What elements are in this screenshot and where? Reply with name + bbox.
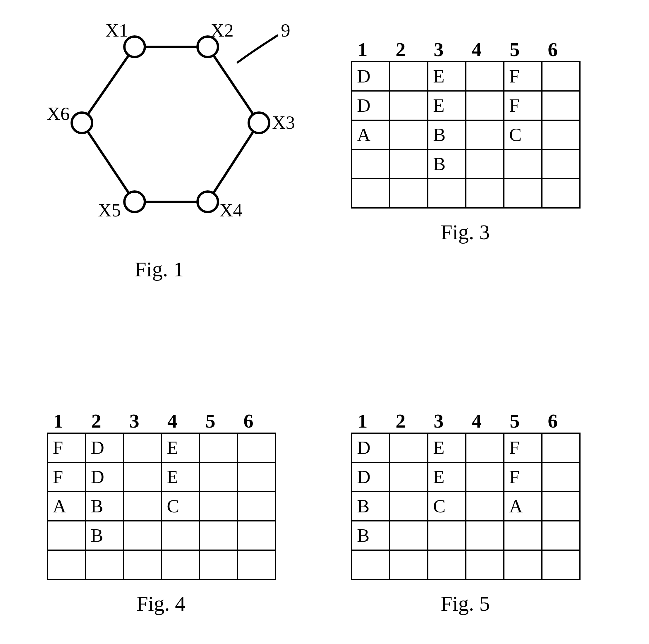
cell (124, 550, 162, 580)
cell (124, 462, 162, 492)
cell: D (352, 91, 390, 120)
table-row: B (352, 149, 580, 179)
col-header: 3 (428, 409, 466, 432)
cell (466, 120, 504, 149)
table-row: D E F (352, 433, 580, 462)
cell (428, 179, 466, 208)
cell: E (162, 433, 200, 462)
callout-leader (237, 35, 278, 63)
cell: F (47, 462, 85, 492)
cell (542, 433, 580, 462)
figure-4-table: F D E F D E A B C (47, 432, 276, 580)
label-x1: X1 (105, 20, 128, 41)
cell (466, 91, 504, 120)
cell (390, 462, 428, 492)
cell: C (162, 492, 200, 521)
table-row: A B C (352, 120, 580, 149)
cell: E (428, 62, 466, 91)
cell: E (428, 462, 466, 492)
cell: C (504, 120, 542, 149)
node-x5 (124, 192, 145, 212)
label-x3: X3 (272, 112, 295, 133)
cell: A (47, 492, 85, 521)
node-x3 (249, 112, 269, 133)
cell (542, 521, 580, 550)
cell (428, 550, 466, 580)
col-header: 2 (390, 38, 428, 61)
table-row: F D E (47, 433, 276, 462)
cell (200, 550, 237, 580)
table-row (47, 550, 276, 580)
cell: C (428, 492, 466, 521)
figure-3: 1 2 3 4 5 6 D E F D E F (351, 38, 580, 244)
cell: F (47, 433, 85, 462)
cell (542, 120, 580, 149)
col-header: 6 (238, 409, 276, 432)
cell (124, 433, 162, 462)
cell (466, 179, 504, 208)
table-row: D E F (352, 462, 580, 492)
cell (504, 149, 542, 179)
figure-5: 1 2 3 4 5 6 D E F D E F (351, 409, 580, 616)
col-header: 6 (543, 409, 580, 432)
cell (504, 521, 542, 550)
cell: F (504, 433, 542, 462)
cell (390, 179, 428, 208)
cell (162, 521, 200, 550)
label-x4: X4 (219, 200, 242, 221)
label-x2: X2 (211, 20, 233, 41)
cell: F (504, 91, 542, 120)
table-row (352, 179, 580, 208)
cell (237, 521, 276, 550)
svg-line-1 (208, 47, 259, 123)
cell (390, 550, 428, 580)
node-x6 (72, 112, 92, 133)
cell (200, 433, 237, 462)
cell (124, 521, 162, 550)
col-header: 5 (505, 409, 543, 432)
cell (352, 149, 390, 179)
cell (390, 521, 428, 550)
table-row: B C A (352, 492, 580, 521)
cell (466, 62, 504, 91)
cell (466, 492, 504, 521)
callout-9: 9 (281, 20, 290, 41)
svg-line-2 (208, 123, 259, 202)
cell (542, 91, 580, 120)
col-header: 3 (124, 409, 162, 432)
label-x6: X6 (47, 103, 70, 124)
figure-4-caption: Fig. 4 (47, 592, 275, 616)
cell (124, 492, 162, 521)
cell (237, 462, 276, 492)
table-row: B (47, 521, 276, 550)
figure-3-headers: 1 2 3 4 5 6 (351, 38, 580, 61)
figure-1-caption: Fig. 1 (135, 258, 184, 282)
cell (504, 550, 542, 580)
cell: A (504, 492, 542, 521)
cell (390, 120, 428, 149)
col-header: 1 (48, 409, 86, 432)
cell: E (162, 462, 200, 492)
cell (237, 433, 276, 462)
cell: D (85, 462, 124, 492)
figure-3-table: D E F D E F A B C (351, 61, 580, 209)
cell (428, 521, 466, 550)
cell (542, 550, 580, 580)
cell: D (352, 433, 390, 462)
col-header: 4 (466, 409, 505, 432)
col-header: 4 (466, 38, 505, 61)
cell (352, 550, 390, 580)
cell (200, 462, 237, 492)
col-header: 4 (162, 409, 200, 432)
cell: E (428, 433, 466, 462)
col-header: 2 (390, 409, 428, 432)
cell (542, 62, 580, 91)
hexagon-graph: X1 X2 X3 X4 X5 X6 9 (44, 12, 307, 251)
cell (466, 433, 504, 462)
cell (85, 550, 124, 580)
svg-line-4 (82, 123, 135, 202)
cell (390, 62, 428, 91)
cell (237, 492, 276, 521)
cell (466, 550, 504, 580)
cell (390, 149, 428, 179)
